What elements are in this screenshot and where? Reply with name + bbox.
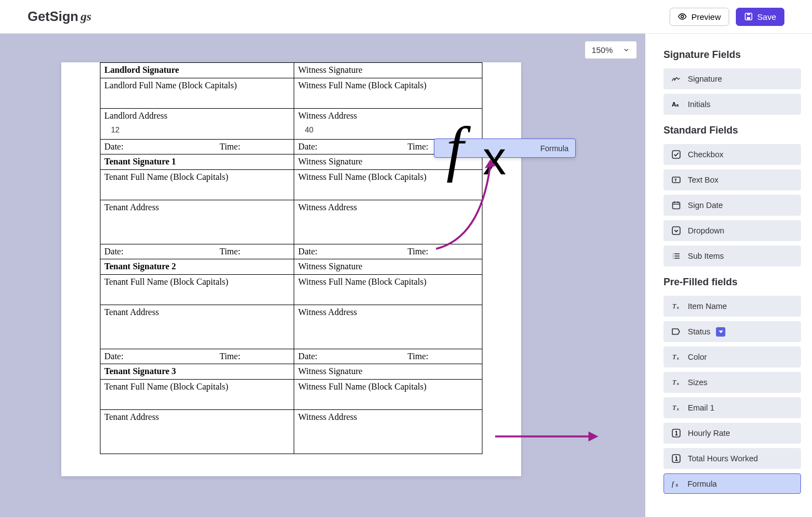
doc-cell[interactable]: Tenant Signature 2	[100, 259, 294, 275]
num-icon	[671, 428, 681, 438]
cell-label: Tenant Address	[104, 307, 290, 317]
doc-cell[interactable]: Landlord Address12	[100, 109, 294, 140]
fields-sidebar: Signature FieldsSignatureInitialsStandar…	[645, 34, 812, 517]
doc-cell[interactable]: Date:Time:	[100, 140, 294, 154]
field-label: Hourly Rate	[688, 429, 730, 438]
fx-icon	[441, 102, 535, 195]
field-sub-items[interactable]: Sub Items	[664, 246, 801, 267]
dragged-label: Formula	[540, 144, 569, 153]
field-formula[interactable]: Formula	[664, 473, 801, 494]
logo-main: GetSign	[28, 9, 78, 24]
doc-cell[interactable]: Witness Signature	[294, 63, 482, 78]
preview-button[interactable]: Preview	[670, 8, 729, 26]
field-hourly-rate[interactable]: Hourly Rate	[664, 423, 801, 444]
field-label: Signature	[688, 74, 722, 83]
field-label: Total Hours Worked	[688, 454, 758, 463]
field-email-1[interactable]: Email 1	[664, 397, 801, 418]
doc-cell[interactable]: Tenant Address	[100, 305, 294, 349]
main: 150% Landlord SignatureWitness Signature…	[0, 34, 812, 517]
doc-cell[interactable]: Tenant Full Name (Block Capitals)	[100, 380, 294, 410]
field-sizes[interactable]: Sizes	[664, 372, 801, 393]
date-label: Date:	[104, 247, 220, 257]
field-initials[interactable]: Initials	[664, 94, 801, 115]
cell-label: Witness Signature	[298, 262, 478, 271]
signature-icon	[671, 74, 681, 84]
doc-cell[interactable]: Witness Full Name (Block Capitals)	[294, 380, 482, 410]
doc-cell[interactable]: Date:Time:	[294, 349, 482, 364]
field-signature[interactable]: Signature	[664, 68, 801, 89]
doc-cell[interactable]: Witness Full Name (Block Capitals)	[294, 275, 482, 305]
date-icon	[671, 200, 681, 210]
field-label: Sizes	[688, 378, 707, 387]
field-label: Sub Items	[688, 252, 724, 260]
field-status[interactable]: Status	[664, 321, 801, 342]
logo: GetSign gs	[28, 9, 92, 24]
document-table: Landlord SignatureWitness SignatureLandl…	[100, 62, 482, 454]
doc-cell[interactable]: Tenant Signature 3	[100, 364, 294, 380]
preview-label: Preview	[691, 12, 720, 22]
tx-icon	[671, 352, 681, 362]
save-button[interactable]: Save	[736, 8, 784, 26]
doc-cell[interactable]: Tenant Address	[100, 410, 294, 454]
doc-cell[interactable]: Tenant Signature 1	[100, 154, 294, 170]
time-label: Time:	[407, 247, 428, 257]
doc-cell[interactable]: Witness Address	[294, 410, 482, 454]
field-label: Status	[688, 327, 710, 336]
cell-label: Tenant Address	[104, 202, 290, 212]
checkbox-icon	[671, 150, 681, 159]
canvas-area[interactable]: 150% Landlord SignatureWitness Signature…	[0, 34, 645, 517]
date-label: Date:	[104, 142, 220, 152]
doc-cell[interactable]: Tenant Address	[100, 200, 294, 244]
dragged-formula-field[interactable]: Formula	[434, 138, 576, 158]
section-title: Standard Fields	[664, 125, 801, 136]
cell-label: Witness Full Name (Block Capitals)	[298, 81, 478, 90]
zoom-value: 150%	[592, 45, 613, 55]
doc-cell[interactable]: Landlord Full Name (Block Capitals)	[100, 78, 294, 109]
field-label: Initials	[688, 100, 710, 109]
doc-cell[interactable]: Date:Time:	[100, 244, 294, 259]
doc-cell[interactable]: Witness Signature	[294, 259, 482, 275]
save-icon	[744, 12, 753, 21]
doc-cell[interactable]: Tenant Full Name (Block Capitals)	[100, 170, 294, 200]
save-label: Save	[757, 12, 776, 22]
cell-label: Witness Address	[298, 412, 478, 422]
field-text-box[interactable]: Text Box	[664, 169, 801, 190]
field-color[interactable]: Color	[664, 347, 801, 367]
field-sign-date[interactable]: Sign Date	[664, 195, 801, 216]
field-checkbox[interactable]: Checkbox	[664, 144, 801, 165]
time-label: Time:	[407, 142, 428, 152]
cell-label: Landlord Address	[104, 111, 290, 121]
time-label: Time:	[220, 351, 241, 361]
date-label: Date:	[298, 351, 407, 361]
field-dropdown[interactable]: Dropdown	[664, 220, 801, 241]
eye-icon	[678, 12, 687, 21]
cell-label: Landlord Signature	[104, 65, 290, 75]
cell-label: Witness Full Name (Block Capitals)	[298, 277, 478, 287]
date-label: Date:	[298, 247, 407, 257]
field-total-hours-worked[interactable]: Total Hours Worked	[664, 448, 801, 469]
zoom-dropdown[interactable]: 150%	[585, 41, 637, 59]
doc-cell[interactable]: Date:Time:	[294, 244, 482, 259]
field-label: Dropdown	[688, 226, 724, 235]
field-label: Text Box	[688, 175, 719, 184]
cell-label: Landlord Full Name (Block Capitals)	[104, 81, 290, 90]
doc-cell[interactable]: Tenant Full Name (Block Capitals)	[100, 275, 294, 305]
cell-value: 12	[104, 121, 290, 134]
field-item-name[interactable]: Item Name	[664, 296, 801, 317]
cell-label: Tenant Full Name (Block Capitals)	[104, 382, 290, 392]
initials-icon	[671, 99, 681, 109]
section-title: Pre-Filled fields	[664, 276, 801, 288]
doc-cell[interactable]: Landlord Signature	[100, 63, 294, 78]
doc-cell[interactable]: Date:Time:	[100, 349, 294, 364]
field-label: Email 1	[688, 403, 714, 412]
time-label: Time:	[220, 142, 241, 152]
fx-icon	[671, 479, 681, 489]
cell-label: Tenant Full Name (Block Capitals)	[104, 172, 290, 182]
chevron-down-icon	[623, 46, 630, 54]
header-actions: Preview Save	[670, 8, 784, 26]
header: GetSign gs Preview Save	[0, 0, 812, 34]
doc-cell[interactable]: Witness Address	[294, 200, 482, 244]
cell-label: Tenant Full Name (Block Capitals)	[104, 277, 290, 287]
doc-cell[interactable]: Witness Signature	[294, 364, 482, 380]
doc-cell[interactable]: Witness Address	[294, 305, 482, 349]
